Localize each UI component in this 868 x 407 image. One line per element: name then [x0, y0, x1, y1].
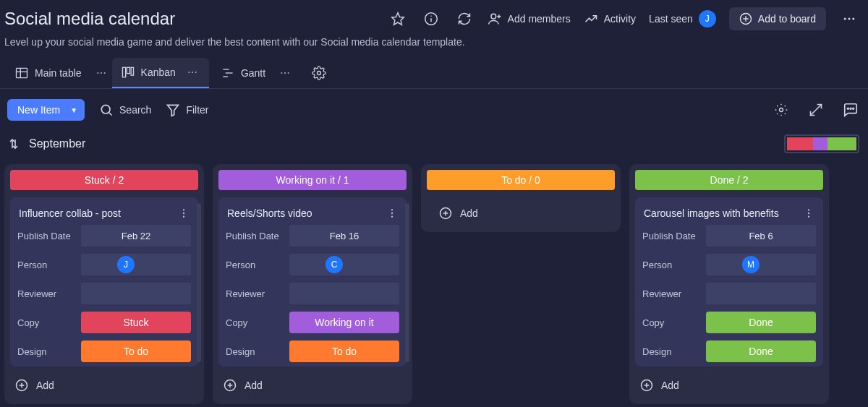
comment-icon[interactable]: [841, 100, 861, 120]
svg-point-28: [281, 72, 282, 74]
column-scrollbar[interactable]: [197, 203, 201, 362]
design-status[interactable]: To do: [289, 340, 399, 362]
card-more-icon[interactable]: [803, 207, 814, 219]
column-scrollbar[interactable]: [405, 203, 409, 362]
kanban-column: Done / 2Carousel images with benefitsPub…: [629, 164, 829, 404]
column-header[interactable]: Done / 2: [635, 170, 823, 190]
column-header[interactable]: Stuck / 2: [10, 170, 198, 190]
add-card-button[interactable]: Add: [635, 372, 823, 398]
month-label: September: [29, 137, 85, 150]
tab-main-table[interactable]: Main table: [6, 59, 90, 87]
copy-status[interactable]: Done: [706, 312, 816, 333]
card-more-icon[interactable]: [178, 207, 190, 219]
svg-point-49: [391, 209, 393, 210]
svg-rect-21: [131, 67, 133, 75]
view-settings-icon[interactable]: [771, 100, 791, 120]
svg-point-58: [808, 209, 809, 210]
star-icon[interactable]: [388, 9, 408, 29]
tab-gantt-more-icon[interactable]: [277, 67, 293, 79]
svg-point-17: [101, 72, 102, 74]
tab-main-table-more-icon[interactable]: [93, 67, 109, 79]
design-status[interactable]: Done: [706, 340, 816, 362]
svg-marker-0: [391, 13, 404, 25]
last-seen-label: Last seen: [649, 13, 693, 25]
svg-point-18: [103, 72, 105, 74]
person-value[interactable]: C: [289, 254, 399, 275]
person-value[interactable]: M: [706, 254, 816, 275]
svg-point-50: [391, 213, 393, 214]
publish-date-value[interactable]: Feb 22: [81, 225, 191, 247]
copy-status[interactable]: Stuck: [81, 312, 191, 333]
person-avatar: C: [326, 256, 343, 273]
field-label-person: Person: [17, 260, 75, 270]
last-seen-avatar: J: [699, 10, 716, 27]
svg-point-45: [183, 216, 184, 218]
more-icon[interactable]: [839, 9, 859, 29]
color-legend[interactable]: [784, 134, 859, 153]
search-button[interactable]: Search: [99, 103, 151, 117]
new-item-button[interactable]: New Item ▼: [7, 99, 85, 121]
svg-point-11: [848, 18, 851, 20]
card-more-icon[interactable]: [386, 207, 398, 219]
add-to-board-button[interactable]: Add to board: [729, 7, 826, 30]
svg-line-37: [811, 110, 817, 116]
add-card-button[interactable]: Add: [10, 372, 198, 398]
svg-point-31: [318, 72, 321, 75]
reviewer-value[interactable]: [706, 283, 816, 304]
legend-working: [813, 137, 827, 150]
add-to-board-label: Add to board: [758, 13, 816, 25]
add-card-button[interactable]: Add: [427, 197, 615, 229]
last-seen[interactable]: Last seen J: [649, 10, 716, 27]
field-label-person: Person: [226, 260, 284, 270]
expand-icon[interactable]: [806, 100, 826, 120]
kanban-card[interactable]: Carousel images with benefitsPublish Dat…: [635, 197, 823, 367]
svg-point-16: [97, 72, 98, 74]
svg-point-44: [183, 213, 184, 214]
field-label-reviewer: Reviewer: [17, 288, 75, 299]
column-header[interactable]: Working on it / 1: [218, 170, 407, 190]
new-item-label: New Item: [17, 104, 60, 116]
kanban-column: Working on it / 1Reels/Shorts videoPubli…: [213, 164, 412, 404]
page-title: Social media calendar: [4, 9, 175, 29]
tab-kanban-more-icon[interactable]: [184, 67, 200, 78]
svg-point-30: [288, 72, 289, 74]
kanban-column: To do / 0Add: [421, 164, 621, 232]
person-value[interactable]: J: [81, 254, 191, 275]
design-status[interactable]: To do: [81, 340, 191, 362]
field-label-publish: Publish Date: [17, 231, 75, 241]
column-header[interactable]: To do / 0: [427, 170, 615, 190]
add-card-button[interactable]: Add: [218, 372, 407, 398]
kanban-card[interactable]: Reels/Shorts videoPublish DateFeb 16Pers…: [218, 197, 407, 367]
info-icon[interactable]: [421, 9, 441, 29]
activity-button[interactable]: Activity: [584, 12, 636, 26]
filter-button[interactable]: Filter: [166, 103, 208, 117]
field-label-publish: Publish Date: [226, 231, 284, 241]
svg-point-60: [808, 216, 809, 218]
publish-date-value[interactable]: Feb 6: [706, 225, 816, 247]
field-label-reviewer: Reviewer: [226, 288, 284, 299]
card-title: Carousel images with benefits: [644, 207, 779, 219]
board-settings-icon[interactable]: [309, 63, 329, 83]
search-label: Search: [119, 104, 151, 116]
svg-rect-13: [17, 68, 27, 77]
person-avatar: J: [117, 256, 135, 273]
publish-date-value[interactable]: Feb 16: [289, 225, 399, 247]
activity-label: Activity: [604, 13, 636, 25]
copy-status[interactable]: Working on it: [289, 312, 399, 333]
reviewer-value[interactable]: [81, 283, 191, 304]
svg-line-36: [816, 105, 822, 111]
kanban-card[interactable]: Influencer collab - postPublish DateFeb …: [10, 197, 198, 367]
reviewer-value[interactable]: [289, 283, 399, 304]
sort-icon[interactable]: [9, 134, 19, 154]
field-label-copy: Copy: [17, 317, 75, 328]
chevron-down-icon[interactable]: ▼: [70, 106, 77, 114]
tab-kanban[interactable]: Kanban: [112, 58, 209, 88]
svg-point-43: [183, 209, 184, 210]
add-members-button[interactable]: Add members: [488, 12, 571, 26]
refresh-icon[interactable]: [454, 9, 475, 29]
svg-point-39: [847, 108, 848, 109]
filter-label: Filter: [186, 104, 208, 116]
svg-point-10: [844, 18, 846, 20]
tab-gantt[interactable]: Gantt: [212, 59, 274, 87]
legend-stuck: [787, 137, 813, 150]
